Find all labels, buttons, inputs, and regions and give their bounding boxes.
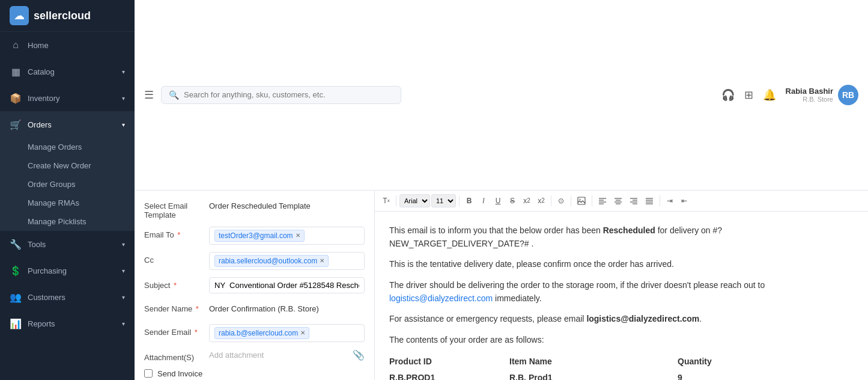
toolbar-divider	[571, 195, 571, 206]
subject-row: Subject *	[144, 277, 365, 293]
user-menu[interactable]: Rabia Bashir R.B. Store RB	[786, 85, 858, 105]
sidebar-item-label: Purchasing	[28, 266, 116, 275]
customers-icon: 👥	[10, 291, 22, 303]
paperclip-icon[interactable]: 📎	[353, 349, 365, 361]
align-left-button[interactable]	[595, 194, 610, 207]
toolbar-divider	[660, 195, 660, 206]
svg-rect-0	[578, 197, 585, 204]
underline-button[interactable]: U	[491, 194, 505, 207]
table-header-item-name: Item Name	[509, 354, 678, 369]
table-header-product-id: Product ID	[389, 354, 509, 369]
user-name: Rabia Bashir	[786, 87, 833, 96]
logo-icon: ☁	[10, 6, 29, 25]
main-area: ☰ 🔍 🎧 ⊞ 🔔 Rabia Bashir R.B. Store RB Sel…	[135, 0, 868, 380]
order-table: Product ID Item Name Quantity R.B.PROD1 …	[389, 354, 854, 380]
sidebar-item-customers[interactable]: 👥 Customers ▾	[0, 284, 135, 310]
justify-button[interactable]	[642, 194, 657, 207]
email-to-tag-remove[interactable]: ✕	[296, 232, 300, 239]
send-invoice-label[interactable]: Send Invoice	[157, 369, 202, 378]
attachments-label: Attachment(S)	[144, 349, 204, 362]
toggle-button[interactable]: ⊙	[554, 194, 568, 207]
logo-area: ☁ sellercloud	[0, 0, 135, 32]
email-to-label: Email To *	[144, 227, 204, 239]
tentative-paragraph: This is the tentative delivery date, ple…	[389, 257, 854, 271]
insert-image-button[interactable]	[574, 194, 589, 207]
cc-value[interactable]: rabia.sellercloud@outlook.com ✕	[209, 252, 365, 270]
align-center-button[interactable]	[611, 194, 625, 207]
template-value: Order Rescheduled Template	[209, 198, 365, 214]
subject-label: Subject *	[144, 277, 204, 290]
user-store: R.B. Store	[786, 96, 833, 103]
sender-name-text: Order Confirmation (R.B. Store)	[209, 301, 365, 317]
hamburger-icon[interactable]: ☰	[144, 88, 154, 102]
sender-email-value[interactable]: rabia.b@sellercloud.com ✕	[209, 324, 365, 342]
font-size-select[interactable]: 11	[431, 194, 456, 207]
email-to-row: Email To * testOrder3@gmail.com ✕	[144, 227, 365, 245]
superscript-button[interactable]: x2	[535, 194, 548, 207]
bold-button[interactable]: B	[463, 194, 476, 207]
driver-paragraph: The driver should be delivering the orde…	[389, 278, 854, 305]
sidebar-item-label: Orders	[28, 120, 116, 129]
cc-tag-remove[interactable]: ✕	[320, 257, 324, 264]
editor-content[interactable]: This email is to inform you that the bel…	[375, 212, 868, 381]
subscript-button[interactable]: x2	[520, 194, 533, 207]
sidebar-item-label: Inventory	[28, 94, 116, 103]
product-id-1: R.B.PROD1	[389, 370, 509, 380]
user-info: Rabia Bashir R.B. Store	[786, 87, 833, 103]
email-to-tag-input[interactable]: testOrder3@gmail.com ✕	[209, 227, 365, 245]
sidebar-item-manage-picklists[interactable]: Manage Picklists	[0, 212, 135, 231]
chevron-down-icon: ▾	[122, 320, 125, 327]
cc-tag-input[interactable]: rabia.sellercloud@outlook.com ✕	[209, 252, 365, 270]
sender-email-tag-remove[interactable]: ✕	[300, 329, 305, 336]
sidebar-item-purchasing[interactable]: 💲 Purchasing ▾	[0, 257, 135, 284]
sender-name-label: Sender Name *	[144, 301, 204, 313]
sender-name-value: Order Confirmation (R.B. Store)	[209, 301, 365, 317]
inventory-icon: 📦	[10, 92, 22, 104]
sender-email-label: Sender Email *	[144, 324, 204, 337]
indent-button[interactable]: ⇥	[663, 194, 676, 207]
sender-name-row: Sender Name * Order Confirmation (R.B. S…	[144, 301, 365, 317]
intro-paragraph: This email is to inform you that the bel…	[389, 224, 854, 251]
headset-icon[interactable]: 🎧	[721, 88, 735, 102]
required-marker: *	[174, 281, 177, 290]
required-marker: *	[196, 304, 199, 313]
logistics-link-1[interactable]: logistics@dialyzedirect.com	[389, 293, 493, 303]
sender-email-tag-input[interactable]: rabia.b@sellercloud.com ✕	[209, 324, 365, 342]
chevron-down-icon: ▾	[122, 268, 125, 274]
send-invoice-checkbox[interactable]	[144, 369, 153, 378]
sidebar-item-orders[interactable]: 🛒 Orders ▾	[0, 111, 135, 138]
subject-input[interactable]	[209, 277, 365, 293]
sidebar-item-label: Tools	[28, 240, 116, 249]
search-input[interactable]	[184, 90, 393, 99]
toolbar-divider	[551, 195, 551, 206]
bell-icon[interactable]: 🔔	[763, 88, 776, 102]
clear-format-button[interactable]: Tx	[380, 194, 393, 207]
search-bar[interactable]: 🔍	[161, 86, 401, 104]
email-to-value[interactable]: testOrder3@gmail.com ✕	[209, 227, 365, 245]
sidebar-item-catalog[interactable]: ▦ Catalog ▾	[0, 58, 135, 85]
sidebar-item-order-groups[interactable]: Order Groups	[0, 175, 135, 194]
sidebar-item-reports[interactable]: 📊 Reports ▾	[0, 310, 135, 337]
email-form-panel: Select Email Template Order Rescheduled …	[135, 191, 375, 381]
assistance-paragraph: For assistance or emergency requests, pl…	[389, 312, 854, 325]
table-intro-paragraph: The contents of your order are as follow…	[389, 333, 854, 346]
sidebar-item-create-new-order[interactable]: Create New Order	[0, 156, 135, 175]
catalog-icon: ▦	[10, 66, 22, 78]
sidebar-item-tools[interactable]: 🔧 Tools ▾	[0, 231, 135, 257]
outdent-button[interactable]: ⇤	[678, 194, 691, 207]
italic-button[interactable]: I	[477, 194, 490, 207]
sidebar-item-manage-rmas[interactable]: Manage RMAs	[0, 194, 135, 212]
attachment-area[interactable]: Add attachment 📎	[209, 349, 365, 361]
sidebar-item-inventory[interactable]: 📦 Inventory ▾	[0, 85, 135, 111]
send-invoice-row: Send Invoice	[144, 369, 365, 378]
strikethrough-button[interactable]: S	[506, 194, 519, 207]
align-right-button[interactable]	[627, 194, 641, 207]
font-family-select[interactable]: Arial	[399, 194, 430, 207]
sidebar-item-home[interactable]: ⌂ Home	[0, 32, 135, 58]
grid-icon[interactable]: ⊞	[744, 88, 753, 102]
sidebar-item-manage-orders[interactable]: Manage Orders	[0, 138, 135, 156]
template-name: Order Rescheduled Template	[209, 198, 365, 214]
chevron-down-icon: ▾	[122, 95, 125, 102]
chevron-down-icon: ▾	[122, 294, 125, 301]
subject-value[interactable]	[209, 277, 365, 293]
